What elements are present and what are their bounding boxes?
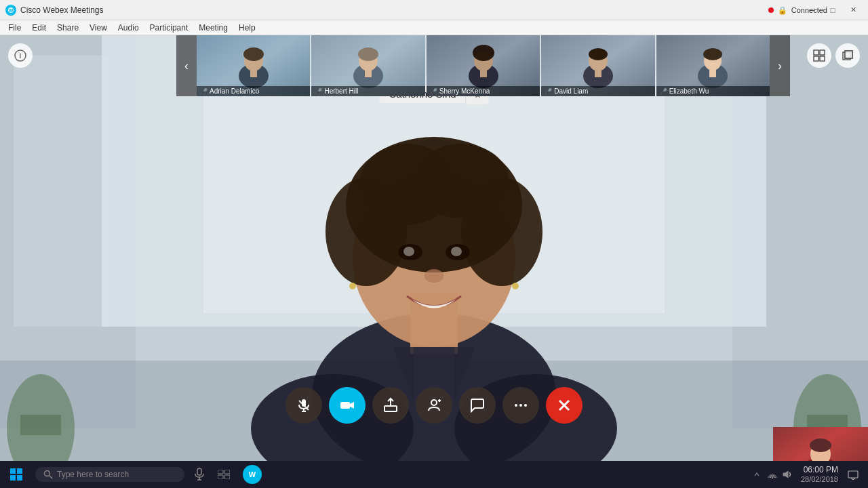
taskbar-webex-logo: W [246, 468, 258, 481]
info-button[interactable]: i [8, 43, 33, 68]
svg-rect-45 [384, 406, 397, 411]
svg-rect-86 [10, 475, 16, 481]
participants-icon [426, 397, 442, 413]
svg-point-63 [358, 47, 378, 61]
thumb-4-mic-icon: 🎤 [545, 88, 552, 95]
thumb-1-person [233, 42, 274, 89]
next-icon: › [778, 59, 782, 73]
thumb-2-name: Herbert Hill [324, 87, 358, 95]
thumbnail-2[interactable]: 🎤 Herbert Hill [311, 35, 425, 96]
taskbar-webex-icon[interactable]: W [239, 462, 266, 487]
search-placeholder: Type here to search [57, 470, 129, 479]
share-button[interactable] [372, 387, 409, 424]
thumb-1-mic-icon: 🎤 [200, 88, 208, 95]
svg-rect-84 [10, 468, 16, 474]
svg-point-29 [512, 283, 519, 289]
svg-text:W: W [9, 8, 14, 13]
info-icon: i [14, 49, 26, 62]
svg-rect-34 [820, 50, 825, 55]
thumb-2-person [348, 42, 389, 89]
thumb-4-person [578, 42, 618, 89]
title-bar: W Cisco Webex Meetings 🔒 Connected ─ □ ✕ [0, 0, 868, 20]
task-view-button[interactable] [212, 462, 236, 487]
end-call-button[interactable] [546, 387, 583, 424]
svg-point-47 [431, 400, 437, 405]
svg-rect-99 [848, 471, 858, 478]
thumbnail-1[interactable]: 🎤 Adrian Delamico [197, 35, 310, 96]
svg-rect-79 [709, 68, 716, 77]
svg-rect-4 [14, 56, 108, 327]
thumb-5-mic-icon: 🎤 [660, 88, 667, 95]
connection-dot-icon [768, 7, 774, 13]
menu-participant[interactable]: Participant [144, 22, 194, 34]
svg-rect-74 [595, 68, 601, 77]
control-bar [285, 387, 583, 424]
svg-rect-87 [17, 475, 22, 481]
svg-point-20 [414, 144, 509, 218]
thumbnail-3[interactable]: 🎤 Sherry McKenna [427, 35, 540, 96]
close-button[interactable]: ✕ [844, 3, 863, 18]
menu-file[interactable]: File [3, 22, 26, 34]
svg-point-24 [451, 247, 462, 256]
svg-line-89 [50, 476, 52, 479]
taskbar-mic-button[interactable] [187, 462, 212, 487]
grid-icon [813, 49, 825, 62]
svg-rect-94 [224, 470, 230, 474]
camera-icon [339, 397, 355, 413]
tray-icons [767, 470, 793, 479]
svg-rect-90 [197, 468, 201, 475]
thumb-2-label: 🎤 Herbert Hill [311, 86, 425, 96]
thumb-4-label: 🎤 David Liam [541, 86, 654, 96]
menu-view[interactable]: View [84, 22, 113, 34]
thumb-3-person [463, 42, 504, 89]
chat-button[interactable] [459, 387, 496, 424]
thumb-5-person [692, 42, 733, 89]
participants-button[interactable] [416, 387, 452, 424]
svg-text:W: W [249, 470, 256, 479]
thumb-5-label: 🎤 Elizabeth Wu [656, 86, 770, 96]
svg-point-98 [772, 477, 773, 479]
camera-button[interactable] [329, 387, 366, 424]
svg-rect-44 [340, 402, 350, 409]
prev-icon: ‹ [184, 59, 189, 73]
up-arrow-icon [752, 470, 762, 479]
taskbar-search[interactable]: Type here to search [35, 467, 184, 482]
thumb-3-mic-icon: 🎤 [430, 88, 437, 95]
svg-rect-69 [480, 68, 487, 77]
time-display: 06:00 PM [804, 465, 838, 474]
menu-share[interactable]: Share [52, 22, 84, 34]
thumbnails-next-button[interactable]: › [770, 35, 790, 96]
thumbnail-4[interactable]: 🎤 David Liam [541, 35, 654, 96]
more-options-button[interactable] [502, 387, 539, 424]
date-display: 28/02/2018 [801, 475, 838, 484]
clock[interactable]: 06:00 PM 28/02/2018 [801, 465, 838, 484]
menu-edit[interactable]: Edit [26, 22, 52, 34]
svg-rect-35 [814, 56, 818, 61]
menu-meeting[interactable]: Meeting [193, 22, 233, 34]
taskbar-webex-circle: W [243, 465, 262, 484]
connection-status-bar: 🔒 Connected [768, 0, 827, 20]
mic-icon [296, 397, 312, 413]
grid-view-button[interactable] [807, 43, 831, 68]
menu-bar: File Edit Share View Audio Participant M… [0, 20, 868, 35]
svg-point-58 [243, 47, 264, 61]
more-icon [513, 397, 529, 413]
mute-mic-button[interactable] [285, 387, 322, 424]
thumbnails-prev-button[interactable]: ‹ [176, 35, 197, 96]
popout-icon [842, 49, 854, 62]
app-title: Cisco Webex Meetings [20, 5, 104, 15]
svg-point-82 [810, 439, 831, 452]
svg-rect-39 [845, 51, 852, 58]
thumb-4-name: David Liam [554, 87, 588, 95]
thumb-1-name: Adrian Delamico [210, 87, 259, 95]
svg-rect-64 [365, 68, 372, 77]
thumbnail-5[interactable]: 🎤 Elizabeth Wu [656, 35, 770, 96]
menu-audio[interactable]: Audio [113, 22, 144, 34]
menu-help[interactable]: Help [233, 22, 261, 34]
popout-button[interactable] [835, 43, 860, 68]
title-bar-left: W Cisco Webex Meetings [5, 5, 104, 16]
notification-icon [848, 469, 859, 480]
notification-center-button[interactable] [844, 462, 863, 487]
start-button[interactable] [0, 461, 33, 488]
windows-taskbar: Type here to search W [0, 461, 868, 488]
